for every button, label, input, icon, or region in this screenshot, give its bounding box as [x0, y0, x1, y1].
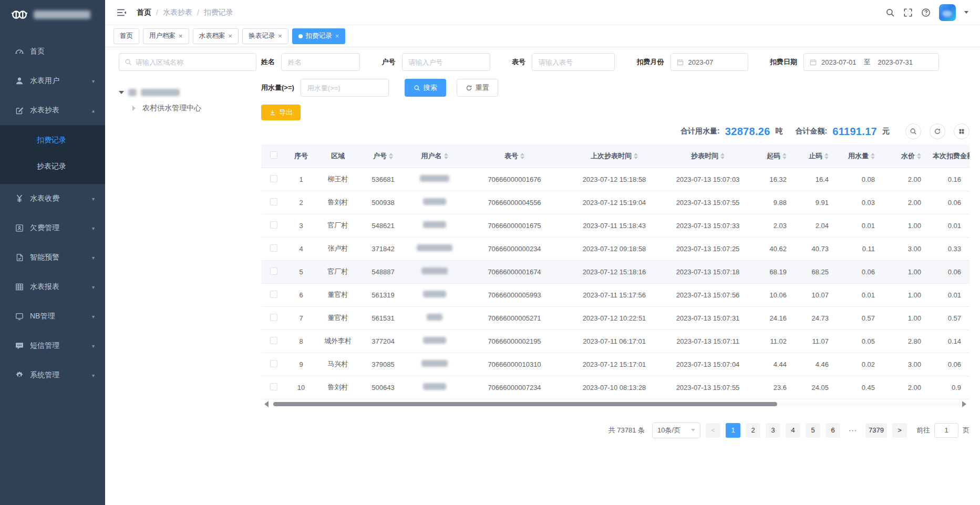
sort-icon[interactable]	[917, 151, 921, 161]
row-checkbox[interactable]	[270, 383, 277, 390]
sidebar-item-meter-report[interactable]: 水表报表▾	[0, 272, 105, 302]
sidebar-item-smart-alert[interactable]: 智能预警▾	[0, 243, 105, 272]
table-row[interactable]: 8城外李村377204706660000021952023-07-11 06:1…	[261, 329, 969, 353]
header-cell-price[interactable]: 水价	[883, 145, 930, 168]
header-cell-read_time[interactable]: 抄表时间	[663, 145, 753, 168]
page-button-4[interactable]: 4	[786, 423, 800, 438]
goto-page-input[interactable]	[934, 423, 958, 438]
header-cell-meter[interactable]: 表号	[463, 145, 566, 168]
page-button-5[interactable]: 5	[806, 423, 820, 438]
table-row[interactable]: 7董官村561531706660000052712023-07-12 10:22…	[261, 306, 969, 329]
month-picker[interactable]: 2023-07	[670, 53, 748, 71]
account-input[interactable]	[402, 53, 490, 71]
tab-换表记录[interactable]: 换表记录×	[242, 28, 288, 44]
row-checkbox[interactable]	[270, 267, 277, 275]
column-settings-icon[interactable]	[954, 123, 969, 139]
table-row[interactable]: 4张卢村371842706660000002342023-07-12 09:18…	[261, 237, 969, 260]
header-cell-end_code[interactable]: 止码	[795, 145, 837, 168]
sort-icon[interactable]	[389, 151, 393, 161]
sort-icon[interactable]	[634, 151, 638, 161]
row-checkbox[interactable]	[270, 314, 277, 321]
scroll-left-icon[interactable]	[261, 401, 269, 407]
table-row[interactable]: 5官厂村548887706660000016742023-07-12 15:18…	[261, 260, 969, 283]
sort-icon[interactable]	[871, 151, 875, 161]
sort-icon[interactable]	[520, 151, 524, 161]
sort-icon[interactable]	[782, 151, 787, 161]
tree-expand-icon[interactable]	[119, 91, 124, 97]
table-row[interactable]: 10鲁刘村500643706660000072342023-07-10 08:1…	[261, 376, 969, 399]
reset-button[interactable]: 重置	[457, 79, 498, 97]
table-row[interactable]: 9马兴村379085706660000103102023-07-12 15:17…	[261, 353, 969, 376]
table-row[interactable]: 6董官村561319706660000059932023-07-11 15:17…	[261, 283, 969, 306]
search-button[interactable]: 搜索	[405, 79, 446, 97]
breadcrumb-item[interactable]: 扣费记录	[204, 8, 233, 17]
meter-input[interactable]	[532, 53, 615, 71]
tree-collapse-icon[interactable]	[132, 106, 138, 111]
scroll-right-icon[interactable]	[962, 401, 969, 407]
row-checkbox[interactable]	[270, 244, 277, 252]
next-page-button[interactable]: >	[892, 423, 907, 438]
sidebar-item-sms-manage[interactable]: 短信管理▾	[0, 331, 105, 360]
close-tab-icon[interactable]: ×	[278, 33, 282, 39]
page-button-7379[interactable]: 7379	[865, 423, 887, 438]
row-checkbox[interactable]	[270, 291, 277, 298]
row-checkbox[interactable]	[270, 360, 277, 367]
fullscreen-icon[interactable]	[903, 8, 913, 17]
table-search-icon[interactable]	[905, 123, 921, 139]
sidebar-item-home[interactable]: 首页	[0, 37, 105, 66]
scrollbar-track[interactable]	[270, 401, 961, 407]
sort-icon[interactable]	[720, 151, 725, 161]
header-cell-usage[interactable]: 用水量	[837, 145, 883, 168]
sort-icon[interactable]	[824, 151, 829, 161]
page-size-select[interactable]: 10条/页	[652, 422, 700, 438]
sort-icon[interactable]	[444, 151, 448, 161]
table-refresh-icon[interactable]	[930, 123, 945, 139]
table-row[interactable]: 2鲁刘村500938706660000045562023-07-12 15:19…	[261, 191, 969, 214]
tab-用户档案[interactable]: 用户档案×	[143, 28, 189, 44]
date-range-picker[interactable]: 2023-07-01 至 2023-07-31	[803, 53, 939, 71]
collapse-menu-icon[interactable]	[117, 8, 127, 17]
close-tab-icon[interactable]: ×	[229, 33, 233, 39]
sidebar-item-arrears[interactable]: 欠费管理▾	[0, 213, 105, 243]
tab-水表档案[interactable]: 水表档案×	[193, 28, 239, 44]
page-button-2[interactable]: 2	[746, 423, 760, 438]
header-cell-last_read_time[interactable]: 上次抄表时间	[566, 145, 663, 168]
usage-input[interactable]	[301, 79, 389, 97]
row-checkbox[interactable]	[270, 198, 277, 205]
search-icon[interactable]	[885, 8, 895, 17]
name-input[interactable]	[281, 53, 360, 71]
header-cell-start_code[interactable]: 起码	[753, 145, 795, 168]
scrollbar-thumb[interactable]	[273, 402, 777, 406]
header-cell-account[interactable]: 户号	[360, 145, 406, 168]
breadcrumb-item[interactable]: 首页	[137, 8, 151, 17]
row-checkbox[interactable]	[270, 221, 277, 229]
sidebar-item-reading-records[interactable]: 抄表记录	[0, 153, 105, 180]
help-icon[interactable]	[921, 8, 931, 17]
page-button-1[interactable]: 1	[726, 423, 740, 438]
sidebar-item-water-charge[interactable]: 水表收费▾	[0, 184, 105, 213]
prev-page-button[interactable]: <	[706, 423, 720, 438]
tree-node-root[interactable]	[119, 85, 256, 100]
tree-node-rural-water-center[interactable]: 农村供水管理中心	[119, 100, 256, 116]
page-button-3[interactable]: 3	[766, 423, 780, 438]
close-tab-icon[interactable]: ×	[335, 33, 339, 39]
page-button-6[interactable]: 6	[826, 423, 840, 438]
breadcrumb-item[interactable]: 水表抄表	[163, 8, 192, 17]
avatar[interactable]	[939, 4, 956, 21]
tab-首页[interactable]: 首页	[114, 28, 139, 44]
close-tab-icon[interactable]: ×	[179, 33, 183, 39]
sidebar-item-system-manage[interactable]: 系统管理▾	[0, 360, 105, 390]
sidebar-item-fee-records[interactable]: 扣费记录	[0, 127, 105, 153]
sidebar-item-meter-users[interactable]: 水表用户▾	[0, 66, 105, 96]
header-cell-username[interactable]: 用户名	[406, 145, 463, 168]
dropdown-caret-icon[interactable]	[964, 11, 968, 16]
tab-扣费记录[interactable]: 扣费记录×	[292, 28, 346, 44]
sidebar-item-meter-reading[interactable]: 水表抄表▴	[0, 96, 105, 125]
export-button[interactable]: 导出	[261, 105, 301, 120]
region-search-input[interactable]	[136, 58, 251, 66]
row-checkbox[interactable]	[270, 337, 277, 344]
table-row[interactable]: 1柳王村536681706660000016762023-07-12 15:18…	[261, 168, 969, 191]
table-row[interactable]: 3官厂村548621706660000016752023-07-11 15:18…	[261, 214, 969, 237]
row-checkbox[interactable]	[270, 175, 277, 182]
sidebar-item-nb-manage[interactable]: NB管理▾	[0, 302, 105, 331]
